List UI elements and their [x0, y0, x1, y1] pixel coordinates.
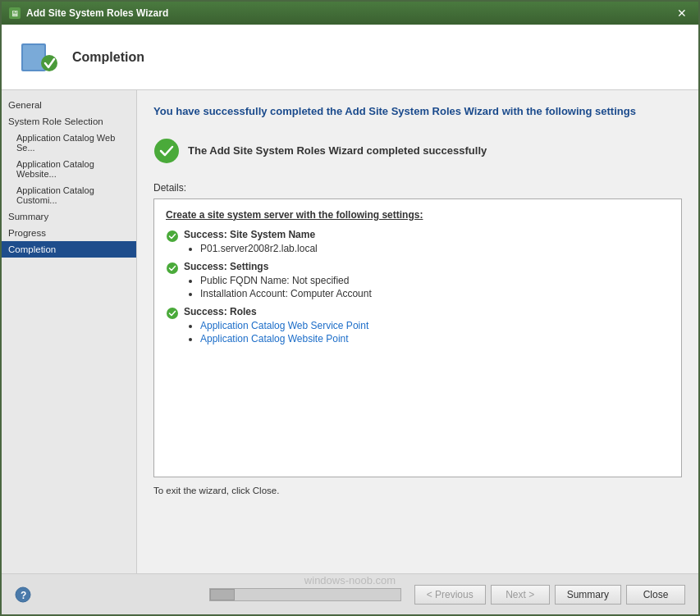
sub-item-3-0: Application Catalog Web Service Point: [200, 320, 670, 331]
success-text: The Add Site System Roles Wizard complet…: [188, 144, 487, 157]
wizard-header-icon: [18, 37, 59, 78]
previous-button[interactable]: < Previous: [414, 585, 486, 605]
wizard-window: 🖥 Add Site System Roles Wizard ✕ Complet…: [0, 0, 700, 616]
main-area: General System Role Selection Applicatio…: [2, 90, 698, 573]
completion-heading: You have successfully completed the Add …: [153, 103, 682, 120]
sidebar-item-system-role-selection[interactable]: System Role Selection: [2, 113, 136, 130]
titlebar-title: Add Site System Roles Wizard: [26, 7, 168, 19]
svg-point-5: [154, 139, 179, 163]
sub-item-1-0: P01.server2008r2.lab.local: [200, 243, 670, 254]
sub-item-2-0: Public FQDN Name: Not specified: [200, 275, 670, 286]
sidebar-item-progress[interactable]: Progress: [2, 225, 136, 241]
detail-label-3: Success: Roles: [184, 306, 257, 317]
titlebar-icon: 🖥: [8, 7, 21, 20]
footer-scrollbar: [209, 588, 400, 601]
svg-point-7: [167, 262, 178, 274]
sidebar-item-summary[interactable]: Summary: [2, 208, 136, 225]
sidebar-item-app-catalog-web-se[interactable]: Application Catalog Web Se...: [2, 130, 136, 156]
details-label: Details:: [153, 182, 682, 194]
details-box: Create a site system server with the fol…: [153, 198, 682, 477]
svg-rect-3: [23, 45, 44, 70]
svg-point-6: [167, 230, 178, 242]
details-intro: Create a site system server with the fol…: [166, 209, 670, 221]
detail-item-2: Success: Settings Public FQDN Name: Not …: [166, 261, 670, 301]
check-icon-3: [166, 307, 179, 320]
success-icon: [153, 138, 180, 164]
sub-item-3-1: Application Catalog Website Point: [200, 333, 670, 345]
sidebar: General System Role Selection Applicatio…: [2, 90, 137, 573]
sub-list-2: Public FQDN Name: Not specified Installa…: [200, 275, 670, 299]
success-banner: The Add Site System Roles Wizard complet…: [153, 131, 682, 171]
header-title: Completion: [72, 50, 144, 65]
titlebar-left: 🖥 Add Site System Roles Wizard: [8, 7, 168, 20]
exit-note: To exit the wizard, click Close.: [153, 486, 682, 495]
check-icon-1: [166, 230, 179, 243]
header-banner: Completion: [2, 25, 698, 90]
svg-text:?: ?: [21, 590, 26, 601]
content-area: You have successfully completed the Add …: [137, 90, 698, 573]
detail-item-1: Success: Site System Name P01.server2008…: [166, 229, 670, 256]
detail-content-3: Success: Roles Application Catalog Web S…: [184, 306, 670, 346]
detail-content-2: Success: Settings Public FQDN Name: Not …: [184, 261, 670, 301]
titlebar: 🖥 Add Site System Roles Wizard ✕: [2, 2, 698, 25]
svg-point-8: [167, 308, 178, 319]
detail-label-1: Success: Site System Name: [184, 229, 315, 240]
footer-left: ?: [15, 586, 204, 603]
sidebar-item-app-catalog-custom[interactable]: Application Catalog Customi...: [2, 182, 136, 208]
detail-item-3: Success: Roles Application Catalog Web S…: [166, 306, 670, 346]
next-button[interactable]: Next >: [491, 585, 550, 605]
detail-label-2: Success: Settings: [184, 261, 268, 272]
sidebar-item-general[interactable]: General: [2, 97, 136, 113]
summary-button[interactable]: Summary: [555, 585, 621, 605]
detail-content-1: Success: Site System Name P01.server2008…: [184, 229, 670, 256]
check-icon-2: [166, 262, 179, 275]
svg-text:🖥: 🖥: [11, 9, 19, 18]
sidebar-item-completion[interactable]: Completion: [2, 241, 136, 258]
close-window-button[interactable]: ✕: [672, 5, 692, 21]
sub-list-3: Application Catalog Web Service Point Ap…: [200, 320, 670, 345]
help-icon[interactable]: ?: [15, 586, 31, 603]
sub-list-1: P01.server2008r2.lab.local: [200, 243, 670, 254]
sub-item-2-1: Installation Account: Computer Account: [200, 288, 670, 299]
close-button[interactable]: Close: [626, 585, 685, 605]
sidebar-item-app-catalog-website[interactable]: Application Catalog Website...: [2, 156, 136, 182]
svg-point-4: [41, 55, 57, 71]
footer: ? < Previous Next > Summary Close: [2, 573, 698, 614]
